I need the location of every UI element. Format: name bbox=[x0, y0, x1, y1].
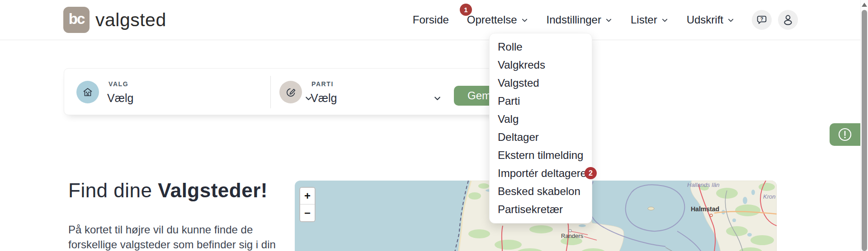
edit-icon bbox=[285, 86, 297, 98]
chevron-down-icon bbox=[727, 16, 735, 24]
notification-badge: 1 bbox=[460, 4, 472, 16]
user-profile-button[interactable] bbox=[778, 10, 798, 30]
chevron-down-icon bbox=[433, 94, 442, 102]
map-zoom-in-button[interactable]: + bbox=[300, 188, 315, 205]
menu-item-parti[interactable]: Parti bbox=[490, 92, 592, 110]
alert-side-tab[interactable] bbox=[830, 123, 860, 146]
map-label-region-right: Kron bbox=[763, 193, 775, 200]
nav-item-udskrift[interactable]: Udskrift bbox=[687, 14, 735, 26]
logo-text: valgsted bbox=[95, 9, 166, 31]
valg-filter-label: VALG bbox=[108, 80, 128, 88]
map-label-region-top: Hallands län bbox=[687, 181, 720, 188]
map-zoom-out-button[interactable]: − bbox=[300, 205, 315, 221]
menu-item-partisekretaer[interactable]: Partisekretær bbox=[490, 200, 592, 218]
page-title: Find dine Valgsteder! bbox=[68, 179, 276, 202]
nav-item-lister[interactable]: Lister bbox=[631, 14, 669, 26]
nav-item-indstillinger[interactable]: Indstillinger bbox=[547, 14, 613, 26]
valg-filter-icon-circle bbox=[76, 81, 99, 103]
parti-select-value: Vælg bbox=[311, 92, 337, 105]
nav-label: Oprettelse bbox=[467, 14, 517, 26]
parti-filter-label: PARTI bbox=[311, 80, 334, 88]
map-label-halmstad: Halmstad bbox=[691, 205, 719, 213]
scrollbar-thumb[interactable] bbox=[862, 10, 867, 251]
filter-card: VALG Vælg PARTI Vælg Gem bbox=[64, 68, 543, 115]
user-icon bbox=[782, 14, 794, 26]
menu-item-label: Importér deltagere bbox=[498, 167, 586, 179]
main-nav: Forside 1 Oprettelse Indstillinger Liste… bbox=[413, 14, 735, 26]
menu-item-valgkreds[interactable]: Valgkreds bbox=[490, 56, 592, 74]
map-marker-halmstad bbox=[710, 214, 712, 217]
chevron-down-icon bbox=[605, 16, 613, 24]
alert-circle-icon bbox=[837, 126, 853, 143]
page: bc valgsted Forside 1 Oprettelse Indstil… bbox=[0, 0, 868, 251]
intro-section: Find dine Valgsteder! På kortet til højr… bbox=[68, 179, 276, 251]
scroll-up-arrow[interactable] bbox=[862, 3, 867, 7]
parti-filter-icon-circle bbox=[279, 81, 302, 103]
menu-item-importer-deltagere[interactable]: Importér deltagere 2 bbox=[490, 164, 592, 182]
nav-label: Lister bbox=[631, 14, 657, 26]
map-marker-randers bbox=[569, 229, 571, 232]
map-label-randers: Randers bbox=[561, 232, 584, 239]
help-chat-button[interactable]: ? bbox=[752, 10, 772, 30]
header-actions: ? bbox=[752, 10, 798, 30]
valg-select-value: Vælg bbox=[107, 92, 133, 105]
nav-item-forside[interactable]: Forside bbox=[413, 14, 449, 26]
nav-label: Forside bbox=[413, 14, 449, 26]
nav-item-oprettelse[interactable]: 1 Oprettelse bbox=[467, 14, 528, 26]
chevron-down-icon bbox=[521, 16, 528, 24]
header: bc valgsted Forside 1 Oprettelse Indstil… bbox=[0, 0, 860, 40]
menu-item-valgsted[interactable]: Valgsted bbox=[490, 74, 592, 92]
chat-question-icon: ? bbox=[756, 14, 768, 26]
parti-select[interactable]: Vælg bbox=[311, 89, 442, 107]
map-zoom-control: + − bbox=[299, 187, 316, 222]
menu-item-besked-skabelon[interactable]: Besked skabelon bbox=[490, 182, 592, 200]
logo-mark: bc bbox=[63, 7, 90, 33]
menu-item-valg[interactable]: Valg bbox=[490, 110, 592, 128]
nav-label: Indstillinger bbox=[547, 14, 601, 26]
menu-item-rolle[interactable]: Rolle bbox=[490, 38, 592, 56]
menu-item-deltager[interactable]: Deltager bbox=[490, 128, 592, 146]
menu-item-badge: 2 bbox=[585, 167, 597, 179]
polling-place-icon bbox=[81, 86, 94, 98]
oprettelse-dropdown-menu: Rolle Valgkreds Valgsted Parti Valg Delt… bbox=[489, 33, 592, 223]
intro-paragraph: På kortet til højre vil du kunne finde d… bbox=[68, 222, 276, 251]
filter-divider bbox=[270, 76, 271, 108]
scrollbar bbox=[860, 0, 868, 251]
logo[interactable]: bc valgsted bbox=[63, 7, 166, 33]
menu-item-ekstern-tilmelding[interactable]: Ekstern tilmelding bbox=[490, 146, 592, 164]
svg-text:?: ? bbox=[760, 16, 764, 22]
chevron-down-icon bbox=[661, 16, 669, 24]
nav-label: Udskrift bbox=[687, 14, 723, 26]
